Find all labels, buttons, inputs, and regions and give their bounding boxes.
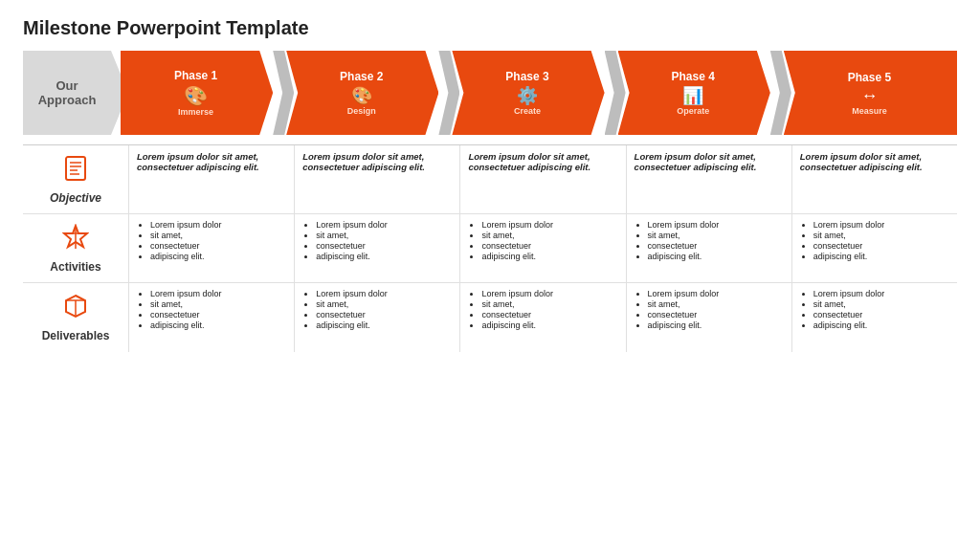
phase-2-arrow: Phase 2 🎨 Design: [286, 51, 459, 135]
deliverables-cell-1: Lorem ipsum dolor sit amet, consectetuer…: [128, 283, 294, 352]
phase-1-label: Immerse: [178, 107, 213, 117]
phase-arrows-container: Phase 1 🎨 Immerse Phase 2 🎨 Design Phase…: [128, 51, 957, 135]
phase-5-orange: Phase 5 ↔️ Measure: [784, 51, 957, 135]
list-item: sit amet,: [481, 299, 617, 309]
objective-label-cell: Objective: [23, 145, 128, 214]
page-title: Milestone Powerpoint Template: [23, 17, 957, 39]
list-item: consectetuer: [813, 310, 949, 320]
list-item: consectetuer: [813, 241, 949, 251]
list-item: sit amet,: [316, 231, 452, 240]
list-item: Lorem ipsum dolor: [481, 289, 617, 298]
approach-label: OurApproach: [23, 51, 128, 135]
deliverables-label-text: Deliverables: [42, 329, 110, 342]
list-item: adipiscing elit.: [481, 252, 617, 261]
phase-timeline: OurApproach Phase 1 🎨 Immerse Phase 2 🎨 …: [23, 51, 957, 135]
list-item: sit amet,: [648, 299, 784, 309]
list-item: consectetuer: [648, 310, 784, 320]
list-item: sit amet,: [150, 299, 286, 309]
activities-row: Lorem ipsum dolor sit amet, consectetuer…: [128, 214, 957, 283]
list-item: sit amet,: [813, 299, 949, 309]
objective-cell-4: Lorem ipsum dolor sit amet, consectetuer…: [626, 145, 791, 213]
list-item: adipiscing elit.: [150, 320, 286, 330]
list-item: adipiscing elit.: [150, 252, 286, 261]
phase-4-arrow: Phase 4 📊 Operate: [618, 51, 791, 135]
deliverables-label-cell: Deliverables: [23, 283, 128, 352]
list-item: adipiscing elit.: [813, 320, 949, 330]
phase-4-label: Operate: [677, 106, 709, 116]
deliverables-icon: [62, 293, 89, 325]
phase-5-number: Phase 5: [848, 71, 891, 84]
phase-5-icon: ↔️: [860, 86, 878, 106]
list-item: sit amet,: [813, 231, 949, 240]
activities-cell-4: Lorem ipsum dolor sit amet, consectetuer…: [626, 214, 791, 282]
list-item: Lorem ipsum dolor: [316, 289, 452, 298]
list-item: adipiscing elit.: [316, 320, 452, 330]
phase-5-arrow: Phase 5 ↔️ Measure: [784, 51, 957, 135]
svg-rect-0: [66, 157, 85, 180]
list-item: adipiscing elit.: [648, 252, 784, 261]
phase-3-arrow: Phase 3 ⚙️ Create: [452, 51, 625, 135]
row-labels: Objective Activities: [23, 145, 128, 352]
list-item: sit amet,: [150, 231, 286, 240]
activities-icon: [62, 224, 89, 256]
phase-3-orange: Phase 3 ⚙️ Create: [452, 51, 604, 135]
content-table: Objective Activities: [23, 144, 957, 352]
objective-cell-5: Lorem ipsum dolor sit amet, consectetuer…: [791, 145, 957, 213]
phase-4-orange: Phase 4 📊 Operate: [618, 51, 770, 135]
objective-label-text: Objective: [50, 191, 101, 205]
list-item: consectetuer: [481, 310, 617, 320]
phase-2-icon: 🎨: [351, 85, 372, 106]
activities-cell-2: Lorem ipsum dolor sit amet, consectetuer…: [294, 214, 459, 282]
phase-5-label: Measure: [852, 106, 887, 116]
list-item: Lorem ipsum dolor: [813, 220, 949, 230]
list-item: adipiscing elit.: [481, 320, 617, 330]
phase-2-number: Phase 2: [340, 70, 383, 83]
deliverables-row: Lorem ipsum dolor sit amet, consectetuer…: [128, 283, 957, 352]
list-item: consectetuer: [316, 241, 452, 251]
list-item: consectetuer: [648, 241, 784, 251]
phase-2-label: Design: [347, 106, 376, 116]
deliverables-cell-4: Lorem ipsum dolor sit amet, consectetuer…: [626, 283, 791, 352]
deliverables-cell-3: Lorem ipsum dolor sit amet, consectetuer…: [459, 283, 625, 352]
list-item: Lorem ipsum dolor: [813, 289, 949, 298]
deliverables-cell-2: Lorem ipsum dolor sit amet, consectetuer…: [294, 283, 459, 352]
list-item: adipiscing elit.: [648, 320, 784, 330]
objective-cell-1: Lorem ipsum dolor sit amet, consectetuer…: [128, 145, 294, 213]
objective-cell-3: Lorem ipsum dolor sit amet, consectetuer…: [459, 145, 625, 213]
list-item: adipiscing elit.: [316, 252, 452, 261]
list-item: consectetuer: [150, 310, 286, 320]
list-item: sit amet,: [481, 231, 617, 240]
list-item: consectetuer: [481, 241, 617, 251]
list-item: Lorem ipsum dolor: [150, 220, 286, 230]
list-item: sit amet,: [648, 231, 784, 240]
deliverables-cell-5: Lorem ipsum dolor sit amet, consectetuer…: [791, 283, 957, 352]
objective-cell-2: Lorem ipsum dolor sit amet, consectetuer…: [294, 145, 459, 213]
phase-2-orange: Phase 2 🎨 Design: [286, 51, 438, 135]
activities-label-cell: Activities: [23, 214, 128, 283]
phase-1-orange: Phase 1 🎨 Immerse: [121, 51, 273, 135]
list-item: adipiscing elit.: [813, 252, 949, 261]
list-item: consectetuer: [316, 310, 452, 320]
phase-1-icon: 🎨: [184, 84, 208, 107]
activities-label-text: Activities: [50, 260, 100, 274]
phase-3-icon: ⚙️: [517, 85, 538, 106]
activities-cell-1: Lorem ipsum dolor sit amet, consectetuer…: [128, 214, 294, 282]
phase-4-icon: 📊: [682, 85, 703, 106]
objective-icon: [62, 155, 89, 187]
list-item: Lorem ipsum dolor: [150, 289, 286, 298]
list-item: Lorem ipsum dolor: [648, 220, 784, 230]
phase-1-number: Phase 1: [174, 69, 217, 82]
phase-3-number: Phase 3: [505, 70, 548, 83]
list-item: consectetuer: [150, 241, 286, 251]
phase-4-number: Phase 4: [672, 70, 715, 83]
data-columns: Lorem ipsum dolor sit amet, consectetuer…: [128, 145, 957, 352]
list-item: Lorem ipsum dolor: [316, 220, 452, 230]
phase-1-arrow: Phase 1 🎨 Immerse: [121, 51, 294, 135]
list-item: sit amet,: [316, 299, 452, 309]
list-item: Lorem ipsum dolor: [648, 289, 784, 298]
phase-3-label: Create: [514, 106, 541, 116]
activities-cell-3: Lorem ipsum dolor sit amet, consectetuer…: [459, 214, 625, 282]
objective-row: Lorem ipsum dolor sit amet, consectetuer…: [128, 145, 957, 214]
list-item: Lorem ipsum dolor: [481, 220, 617, 230]
activities-cell-5: Lorem ipsum dolor sit amet, consectetuer…: [791, 214, 957, 282]
